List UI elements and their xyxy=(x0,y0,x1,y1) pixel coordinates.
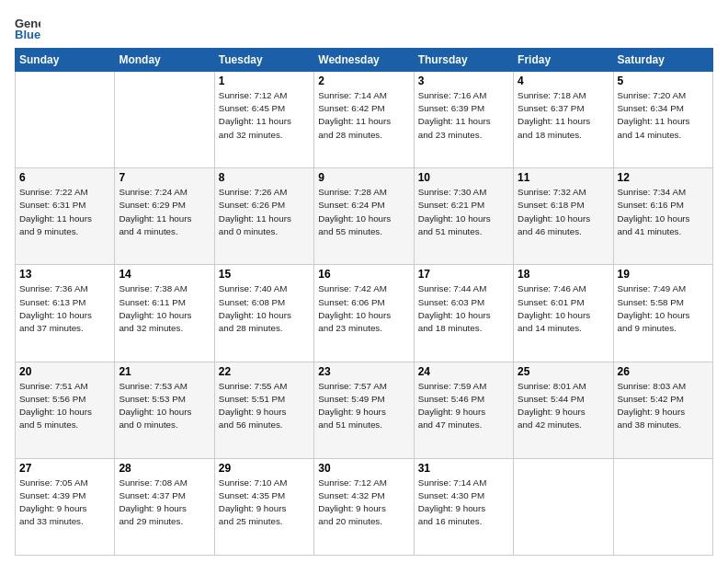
day-info: Sunrise: 7:36 AMSunset: 6:13 PMDaylight:… xyxy=(19,282,110,335)
day-info: Sunrise: 7:05 AMSunset: 4:39 PMDaylight:… xyxy=(19,477,110,529)
day-number: 12 xyxy=(618,171,709,184)
calendar-cell: 28Sunrise: 7:08 AMSunset: 4:37 PMDayligh… xyxy=(115,458,214,555)
calendar-cell xyxy=(613,458,712,555)
calendar-cell: 14Sunrise: 7:38 AMSunset: 6:11 PMDayligh… xyxy=(115,265,214,362)
calendar-cell: 30Sunrise: 7:12 AMSunset: 4:32 PMDayligh… xyxy=(314,458,414,555)
calendar-cell: 5Sunrise: 7:20 AMSunset: 6:34 PMDaylight… xyxy=(613,72,712,168)
day-info: Sunrise: 7:59 AMSunset: 5:46 PMDaylight:… xyxy=(418,380,509,432)
day-info: Sunrise: 7:49 AMSunset: 5:58 PMDaylight:… xyxy=(618,282,709,335)
day-info: Sunrise: 7:51 AMSunset: 5:56 PMDaylight:… xyxy=(19,380,110,432)
day-number: 27 xyxy=(19,462,110,475)
day-number: 3 xyxy=(418,75,509,87)
day-number: 7 xyxy=(119,171,210,184)
calendar-cell: 24Sunrise: 7:59 AMSunset: 5:46 PMDayligh… xyxy=(414,362,513,458)
day-info: Sunrise: 7:24 AMSunset: 6:29 PMDaylight:… xyxy=(119,186,210,238)
header: General Blue xyxy=(15,15,713,40)
day-number: 9 xyxy=(318,171,409,184)
calendar-cell: 15Sunrise: 7:40 AMSunset: 6:08 PMDayligh… xyxy=(214,265,313,362)
calendar-body: 1Sunrise: 7:12 AMSunset: 6:45 PMDaylight… xyxy=(16,72,713,556)
day-number: 15 xyxy=(219,268,310,281)
day-info: Sunrise: 7:10 AMSunset: 4:35 PMDaylight:… xyxy=(219,477,310,529)
day-number: 14 xyxy=(119,268,210,281)
calendar-cell: 26Sunrise: 8:03 AMSunset: 5:42 PMDayligh… xyxy=(613,362,712,458)
calendar-cell: 19Sunrise: 7:49 AMSunset: 5:58 PMDayligh… xyxy=(613,265,712,362)
day-number: 31 xyxy=(418,462,509,475)
day-info: Sunrise: 7:44 AMSunset: 6:03 PMDaylight:… xyxy=(418,282,509,335)
day-number: 10 xyxy=(418,171,509,184)
day-info: Sunrise: 7:20 AMSunset: 6:34 PMDaylight:… xyxy=(618,89,709,142)
day-number: 28 xyxy=(119,462,210,475)
day-info: Sunrise: 7:32 AMSunset: 6:18 PMDaylight:… xyxy=(518,186,609,238)
calendar-cell xyxy=(115,72,214,168)
day-number: 19 xyxy=(618,268,709,281)
day-of-week-header: Monday xyxy=(115,49,214,72)
logo: General Blue xyxy=(15,15,46,40)
day-number: 29 xyxy=(219,462,310,475)
day-info: Sunrise: 7:14 AMSunset: 4:30 PMDaylight:… xyxy=(418,477,509,529)
calendar-cell: 8Sunrise: 7:26 AMSunset: 6:26 PMDaylight… xyxy=(214,168,313,265)
day-number: 2 xyxy=(318,75,409,87)
day-info: Sunrise: 7:28 AMSunset: 6:24 PMDaylight:… xyxy=(318,186,409,238)
calendar-cell: 3Sunrise: 7:16 AMSunset: 6:39 PMDaylight… xyxy=(414,72,513,168)
day-number: 6 xyxy=(19,171,110,184)
svg-text:Blue: Blue xyxy=(15,28,40,40)
calendar-cell: 16Sunrise: 7:42 AMSunset: 6:06 PMDayligh… xyxy=(314,265,414,362)
calendar-cell: 9Sunrise: 7:28 AMSunset: 6:24 PMDaylight… xyxy=(314,168,414,265)
day-number: 5 xyxy=(618,75,709,87)
calendar-cell: 27Sunrise: 7:05 AMSunset: 4:39 PMDayligh… xyxy=(16,458,115,555)
calendar-cell: 23Sunrise: 7:57 AMSunset: 5:49 PMDayligh… xyxy=(314,362,414,458)
day-info: Sunrise: 7:22 AMSunset: 6:31 PMDaylight:… xyxy=(19,186,110,238)
calendar-week-row: 20Sunrise: 7:51 AMSunset: 5:56 PMDayligh… xyxy=(16,362,713,458)
day-info: Sunrise: 7:42 AMSunset: 6:06 PMDaylight:… xyxy=(318,282,409,335)
calendar-cell xyxy=(16,72,115,168)
day-info: Sunrise: 8:03 AMSunset: 5:42 PMDaylight:… xyxy=(618,380,709,432)
day-number: 22 xyxy=(219,365,310,378)
days-of-week-row: SundayMondayTuesdayWednesdayThursdayFrid… xyxy=(16,49,713,72)
day-of-week-header: Sunday xyxy=(16,49,115,72)
day-number: 18 xyxy=(518,268,609,281)
day-info: Sunrise: 7:12 AMSunset: 4:32 PMDaylight:… xyxy=(318,477,409,529)
day-info: Sunrise: 7:38 AMSunset: 6:11 PMDaylight:… xyxy=(119,282,210,335)
day-info: Sunrise: 8:01 AMSunset: 5:44 PMDaylight:… xyxy=(518,380,609,432)
day-info: Sunrise: 7:26 AMSunset: 6:26 PMDaylight:… xyxy=(219,186,310,238)
calendar-cell: 22Sunrise: 7:55 AMSunset: 5:51 PMDayligh… xyxy=(214,362,313,458)
day-number: 11 xyxy=(518,171,609,184)
day-of-week-header: Wednesday xyxy=(314,49,414,72)
day-info: Sunrise: 7:14 AMSunset: 6:42 PMDaylight:… xyxy=(318,89,409,142)
day-number: 30 xyxy=(318,462,409,475)
calendar-cell: 25Sunrise: 8:01 AMSunset: 5:44 PMDayligh… xyxy=(514,362,613,458)
day-of-week-header: Thursday xyxy=(414,49,513,72)
calendar-week-row: 27Sunrise: 7:05 AMSunset: 4:39 PMDayligh… xyxy=(16,458,713,555)
calendar-cell: 7Sunrise: 7:24 AMSunset: 6:29 PMDaylight… xyxy=(115,168,214,265)
day-number: 25 xyxy=(518,365,609,378)
day-of-week-header: Tuesday xyxy=(214,49,313,72)
day-info: Sunrise: 7:08 AMSunset: 4:37 PMDaylight:… xyxy=(119,477,210,529)
calendar-week-row: 6Sunrise: 7:22 AMSunset: 6:31 PMDaylight… xyxy=(16,168,713,265)
calendar-cell: 6Sunrise: 7:22 AMSunset: 6:31 PMDaylight… xyxy=(16,168,115,265)
day-number: 23 xyxy=(318,365,409,378)
calendar-cell: 20Sunrise: 7:51 AMSunset: 5:56 PMDayligh… xyxy=(16,362,115,458)
calendar-cell: 21Sunrise: 7:53 AMSunset: 5:53 PMDayligh… xyxy=(115,362,214,458)
calendar-week-row: 13Sunrise: 7:36 AMSunset: 6:13 PMDayligh… xyxy=(16,265,713,362)
day-info: Sunrise: 7:53 AMSunset: 5:53 PMDaylight:… xyxy=(119,380,210,432)
calendar-week-row: 1Sunrise: 7:12 AMSunset: 6:45 PMDaylight… xyxy=(16,72,713,168)
calendar-table: SundayMondayTuesdayWednesdayThursdayFrid… xyxy=(15,48,713,556)
calendar-cell: 17Sunrise: 7:44 AMSunset: 6:03 PMDayligh… xyxy=(414,265,513,362)
calendar-cell: 11Sunrise: 7:32 AMSunset: 6:18 PMDayligh… xyxy=(514,168,613,265)
calendar-cell: 2Sunrise: 7:14 AMSunset: 6:42 PMDaylight… xyxy=(314,72,414,168)
day-number: 16 xyxy=(318,268,409,281)
day-of-week-header: Saturday xyxy=(613,49,712,72)
calendar-cell: 4Sunrise: 7:18 AMSunset: 6:37 PMDaylight… xyxy=(514,72,613,168)
day-info: Sunrise: 7:34 AMSunset: 6:16 PMDaylight:… xyxy=(618,186,709,238)
logo-icon: General Blue xyxy=(15,15,40,40)
day-number: 8 xyxy=(219,171,310,184)
day-of-week-header: Friday xyxy=(514,49,613,72)
day-info: Sunrise: 7:57 AMSunset: 5:49 PMDaylight:… xyxy=(318,380,409,432)
day-info: Sunrise: 7:40 AMSunset: 6:08 PMDaylight:… xyxy=(219,282,310,335)
calendar-cell: 13Sunrise: 7:36 AMSunset: 6:13 PMDayligh… xyxy=(16,265,115,362)
day-number: 21 xyxy=(119,365,210,378)
calendar-cell: 1Sunrise: 7:12 AMSunset: 6:45 PMDaylight… xyxy=(214,72,313,168)
day-number: 13 xyxy=(19,268,110,281)
day-info: Sunrise: 7:46 AMSunset: 6:01 PMDaylight:… xyxy=(518,282,609,335)
day-info: Sunrise: 7:55 AMSunset: 5:51 PMDaylight:… xyxy=(219,380,310,432)
